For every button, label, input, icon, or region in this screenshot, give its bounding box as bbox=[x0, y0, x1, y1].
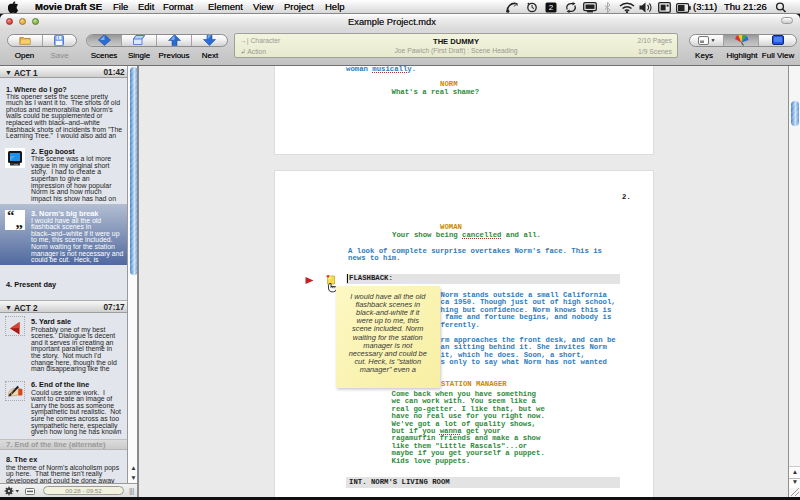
svg-text:2: 2 bbox=[549, 3, 554, 12]
